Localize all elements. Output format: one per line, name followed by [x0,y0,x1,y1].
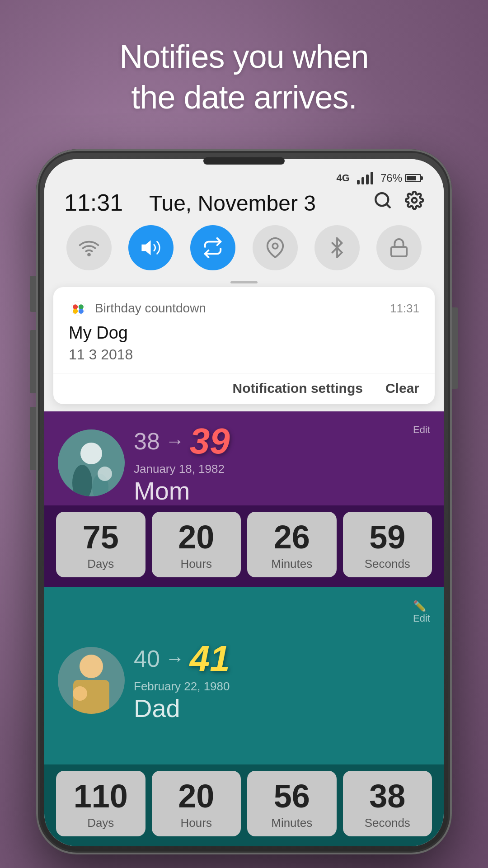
app-icon [69,299,88,318]
svg-point-8 [73,304,78,309]
mom-countdown: 75 Days 20 Hours 26 Minutes 59 Seconds [44,505,444,587]
app-content: 38 → 39 January 18, 1982 Mom Edit 75 [44,411,444,846]
svg-point-16 [80,655,103,678]
phone-frame: 4G 76% [36,149,452,854]
dad-info: 40 → 41 February 22, 1980 Dad [134,638,404,723]
dad-seconds-value: 38 [347,780,428,812]
mom-info: 38 → 39 January 18, 1982 Mom [134,420,404,505]
svg-point-18 [73,686,87,701]
mom-days-label: Days [61,557,141,571]
dad-hours-value: 20 [156,780,237,812]
svg-point-3 [88,254,90,255]
settings-icon[interactable] [405,191,424,214]
volume-toggle[interactable] [128,225,174,270]
svg-point-7 [71,301,85,316]
svg-line-1 [386,204,390,208]
mom-minutes-label: Minutes [252,557,332,571]
notification-title: My Dog [69,323,419,343]
location-toggle[interactable] [253,225,298,270]
svg-point-15 [98,467,112,481]
dad-days-label: Days [61,816,141,830]
svg-point-12 [80,443,102,464]
mom-birth-date: January 18, 1982 [134,462,404,476]
notification-card: Birthday countdown 11:31 My Dog 11 3 201… [53,287,435,404]
svg-point-13 [72,465,92,496]
mom-age-next: 39 [190,420,230,462]
notification-header: Birthday countdown 11:31 [69,299,419,318]
mom-countdown-seconds: 59 Seconds [343,512,432,577]
quick-toggles [44,225,444,281]
svg-rect-6 [391,247,407,256]
dad-countdown-hours: 20 Hours [152,771,241,836]
network-indicator: 4G [337,172,350,184]
search-icon[interactable] [373,191,392,214]
svg-point-9 [79,304,84,309]
headline-line1: Notifies you when [0,36,488,77]
dad-edit-button[interactable]: ✏️ Edit [413,596,430,624]
headline: Notifies you when the date arrives. [0,0,488,118]
mom-minutes-value: 26 [252,521,332,553]
dad-avatar [58,647,125,714]
mom-hours-value: 20 [156,521,237,553]
mom-seconds-label: Seconds [347,557,428,571]
data-toggle[interactable] [190,225,235,270]
lock-toggle[interactable] [376,225,422,270]
wifi-toggle[interactable] [66,225,112,270]
svg-marker-4 [142,242,150,254]
battery-icon: 76% [380,172,421,184]
dad-name: Dad [134,693,404,723]
dad-countdown-seconds: 38 Seconds [343,771,432,836]
dad-days-value: 110 [61,780,141,812]
dad-minutes-label: Minutes [252,816,332,830]
time-date-display: 11:31 Tue, November 3 [64,189,316,216]
clock-time: 11:31 [64,189,123,216]
mom-hours-label: Hours [156,557,237,571]
status-panel: 4G 76% [44,159,444,411]
svg-point-11 [79,309,84,314]
mom-arrow: → [165,430,184,452]
mom-seconds-value: 59 [347,521,428,553]
mom-card: 38 → 39 January 18, 1982 Mom Edit [44,411,444,505]
svg-point-5 [272,243,278,249]
dad-arrow: → [165,648,184,670]
phone-screen: 4G 76% [44,159,444,846]
svg-point-2 [412,198,417,203]
dad-countdown: 110 Days 20 Hours 56 Minutes 38 Seconds [44,764,444,846]
notification-actions: Notification settings Clear [69,381,419,396]
bluetooth-toggle[interactable] [314,225,360,270]
notification-app-name: Birthday countdown [95,301,383,316]
mom-countdown-hours: 20 Hours [152,512,241,577]
mom-countdown-days: 75 Days [56,512,145,577]
mom-edit-button[interactable]: Edit [413,420,430,436]
dad-seconds-label: Seconds [347,816,428,830]
panel-handle [230,281,258,283]
current-date: Tue, November 3 [149,191,316,215]
headline-line2: the date arrives. [0,77,488,118]
mom-countdown-minutes: 26 Minutes [247,512,337,577]
mom-age-current: 38 [134,428,160,455]
dad-countdown-minutes: 56 Minutes [247,771,337,836]
notification-subtitle: 11 3 2018 [69,346,419,363]
dad-birth-date: February 22, 1980 [134,679,404,693]
dad-card: 40 → 41 February 22, 1980 Dad ✏️ Edit [44,587,444,764]
notification-settings-button[interactable]: Notification settings [233,381,363,396]
notification-time: 11:31 [390,302,419,316]
dad-countdown-days: 110 Days [56,771,145,836]
signal-icon [357,172,373,184]
dad-age-current: 40 [134,645,160,672]
notification-clear-button[interactable]: Clear [385,381,419,396]
dad-hours-label: Hours [156,816,237,830]
time-date-row: 11:31 Tue, November 3 [44,189,444,225]
mom-days-value: 75 [61,521,141,553]
dad-minutes-value: 56 [252,780,332,812]
dad-age-next: 41 [190,638,230,679]
mom-name: Mom [134,476,404,505]
battery-percent: 76% [380,172,402,184]
mom-avatar [58,429,125,496]
svg-point-10 [73,309,78,314]
